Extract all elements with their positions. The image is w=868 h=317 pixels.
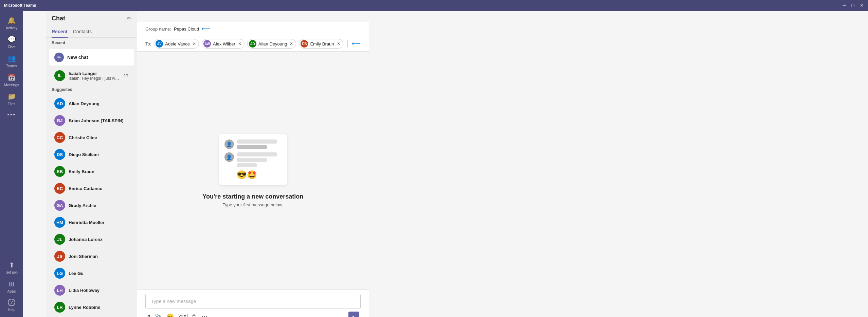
sidebar-item-help[interactable]: ? Help xyxy=(0,296,23,314)
chat-item-lee[interactable]: LG Lee Gu xyxy=(49,265,134,281)
chat-item-info-isaiah: Isaiah Langer Isaiah: Hey Megs! I just w… xyxy=(69,71,120,81)
sidebar-item-activity[interactable]: 🔔 Activity xyxy=(0,14,23,33)
apps-icon: ⊞ xyxy=(9,280,15,288)
getapp-icon: ⬆ xyxy=(9,261,15,269)
titlebar-controls: ─ □ ✕ xyxy=(843,3,864,8)
illus-avatar-1: 👤 xyxy=(224,139,234,149)
send-button[interactable]: ➤ xyxy=(348,312,359,317)
close-btn[interactable]: ✕ xyxy=(860,3,864,8)
teams-icon: 👥 xyxy=(7,54,16,62)
avatar-lee: LG xyxy=(54,268,65,279)
to-bar-divider xyxy=(347,40,348,47)
avatar-lidia: LH xyxy=(54,285,65,296)
avatar-isaiah: IL xyxy=(54,70,65,81)
avatar-enrico: EC xyxy=(54,183,65,194)
sidebar-label-apps: Apps xyxy=(7,289,16,293)
chat-item-name-christie: Christie Cline xyxy=(69,135,129,140)
illus-emojis: 😎🤩 xyxy=(237,170,282,180)
sticker-button[interactable]: 🗒 xyxy=(192,314,198,317)
avatar-diego: DS xyxy=(54,149,65,160)
sidebar-item-teams[interactable]: 👥 Teams xyxy=(0,52,23,71)
more-options-button[interactable]: ••• xyxy=(202,314,208,317)
chat-item-brian[interactable]: BJ Brian Johnson (TAILSPIN) xyxy=(49,112,134,129)
sidebar-item-getapp[interactable]: ⬆ Get app xyxy=(0,258,23,277)
titlebar: Microsoft Teams ─ □ ✕ xyxy=(0,0,868,11)
sidebar-label-activity: Activity xyxy=(6,26,18,30)
chat-list: IL Isaiah Langer Isaiah: Hey Megs! I jus… xyxy=(46,67,137,317)
chat-item-name-henrietta: Henrietta Mueller xyxy=(69,220,129,225)
chip-name-allan2: Allan Deyoung xyxy=(258,41,287,46)
chat-item-enrico[interactable]: EC Enrico Cattaneo xyxy=(49,180,134,197)
sidebar-item-more[interactable]: ••• xyxy=(0,109,23,121)
recipient-chip-emily[interactable]: EB Emily Braun ✕ xyxy=(299,39,343,49)
chat-item-grady[interactable]: GA Grady Archie xyxy=(49,197,134,213)
help-icon: ? xyxy=(8,299,15,306)
chat-item-christie[interactable]: CC Christie Cline xyxy=(49,129,134,146)
app-sidebar: 🔔 Activity 💬 Chat 👥 Teams 📅 Meetings 📁 F… xyxy=(0,0,23,317)
tab-recent[interactable]: Recent xyxy=(52,26,68,38)
message-input-box[interactable]: Type a new message xyxy=(145,294,361,309)
chat-item-henrietta[interactable]: HM Henrietta Mueller xyxy=(49,214,134,230)
chat-item-johanna[interactable]: JL Johanna Lorenz xyxy=(49,231,134,247)
sidebar-item-apps[interactable]: ⊞ Apps xyxy=(0,277,23,296)
chat-item-lidia[interactable]: LH Lidia Holloway xyxy=(49,282,134,298)
avatar-brian: BJ xyxy=(54,115,65,126)
group-name-value[interactable]: Pepas Cloud xyxy=(174,26,199,32)
sidebar-item-meetings[interactable]: 📅 Meetings xyxy=(0,71,23,90)
chip-name-emily2: Emily Braun xyxy=(310,41,334,46)
recipient-chip-alex[interactable]: AW Alex Wilber ✕ xyxy=(202,39,245,49)
chat-item-allan[interactable]: AD Allan Deyoung xyxy=(49,95,134,112)
chat-item-preview-isaiah: Isaiah: Hey Megs! I just wanted to volun… xyxy=(69,76,120,81)
meetings-icon: 📅 xyxy=(7,73,16,81)
sidebar-label-files: Files xyxy=(7,102,15,106)
tab-contacts[interactable]: Contacts xyxy=(73,26,92,38)
group-name-arrow: ⟵ xyxy=(202,25,211,33)
sidebar-item-files[interactable]: 📁 Files xyxy=(0,90,23,109)
gif-button[interactable]: GIF xyxy=(178,314,187,317)
illus-bubble-4 xyxy=(237,158,267,162)
sidebar-item-chat[interactable]: 💬 Chat xyxy=(0,33,23,52)
suggested-section-label: Suggested xyxy=(46,85,137,95)
more-icon: ••• xyxy=(7,111,16,118)
avatar-grady: GA xyxy=(54,200,65,211)
chat-item-name-emily: Emily Braun xyxy=(69,169,129,174)
sidebar-label-teams: Teams xyxy=(6,64,17,68)
sidebar-label-getapp: Get app xyxy=(5,271,18,274)
chat-item-name-johanna: Johanna Lorenz xyxy=(69,237,129,242)
recipient-chip-adele[interactable]: AV Adele Vance ✕ xyxy=(154,39,199,49)
format-button[interactable]: A xyxy=(147,314,151,317)
chat-item-time-isaiah: 2/1 xyxy=(124,74,129,78)
recipient-chip-allan[interactable]: AD Allan Deyoung ✕ xyxy=(247,39,296,49)
chip-remove-emily2[interactable]: ✕ xyxy=(337,41,340,46)
chat-area: 👤 👤 xyxy=(137,52,369,290)
minimize-btn[interactable]: ─ xyxy=(843,3,846,8)
avatar-emily: EB xyxy=(54,166,65,177)
chat-item-lynne[interactable]: LR Lynne Robbins xyxy=(49,299,134,315)
sidebar-label-chat: Chat xyxy=(7,45,15,49)
message-input-placeholder: Type a new message xyxy=(151,299,196,304)
chip-remove-allan2[interactable]: ✕ xyxy=(290,41,293,46)
chip-remove-alex[interactable]: ✕ xyxy=(238,41,241,46)
chat-item-emily[interactable]: EB Emily Braun xyxy=(49,163,134,180)
maximize-btn[interactable]: □ xyxy=(852,3,854,8)
chat-item-isaiah[interactable]: IL Isaiah Langer Isaiah: Hey Megs! I jus… xyxy=(49,68,134,84)
chat-item-diego[interactable]: DS Diego Siciliani xyxy=(49,146,134,163)
attach-button[interactable]: 📎 xyxy=(155,313,162,317)
chat-item-joni[interactable]: JS Joni Sherman xyxy=(49,248,134,264)
new-chat-button[interactable]: ✏ New chat xyxy=(49,49,134,66)
chip-remove-adele[interactable]: ✕ xyxy=(193,41,196,46)
emoji-button[interactable]: 😊 xyxy=(166,313,174,317)
avatar-joni: JS xyxy=(54,251,65,262)
illus-row-2: 👤 xyxy=(224,152,282,167)
chip-avatar-adele: AV xyxy=(156,40,163,48)
avatar-johanna: JL xyxy=(54,234,65,245)
new-chat-label: New chat xyxy=(67,55,88,60)
illus-bubble-2 xyxy=(237,145,267,149)
send-icon: ➤ xyxy=(351,314,356,317)
edit-icon[interactable]: ✏ xyxy=(127,15,131,22)
files-icon: 📁 xyxy=(7,92,16,100)
group-name-label: Group name: xyxy=(145,26,171,32)
tabs: Recent Contacts xyxy=(46,26,137,38)
chat-item-name-joni: Joni Sherman xyxy=(69,254,129,259)
chat-item-name-enrico: Enrico Cattaneo xyxy=(69,186,129,191)
